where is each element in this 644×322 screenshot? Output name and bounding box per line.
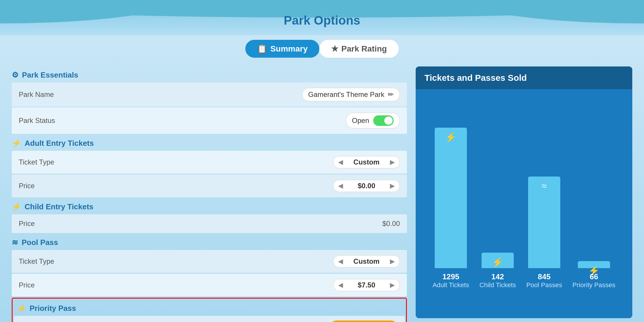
park-rating-tab-label: Park Rating (341, 44, 387, 54)
adult-ticket-type-left-arrow[interactable]: ◀ (338, 158, 343, 166)
adult-ticket-type-right-arrow[interactable]: ▶ (390, 158, 395, 166)
park-name-box[interactable]: Gamerant's Theme Park ✏ (302, 88, 400, 101)
section-adult-tickets: ⚡ Adult Entry Tickets (12, 135, 407, 151)
adult-tickets-icon: ⚡ (12, 139, 21, 148)
park-status-text: Open (352, 117, 369, 125)
priority-pass-section: ⚡ Priority Pass Ticket Type ◀ Custom ▶ P… (12, 298, 407, 322)
pool-ticket-type-text: Custom (349, 257, 384, 266)
pool-ticket-type-spinner[interactable]: ◀ Custom ▶ (333, 255, 400, 268)
adult-price-value: ◀ $0.00 ▶ (333, 180, 400, 192)
adult-price-right-arrow[interactable]: ▶ (390, 182, 395, 190)
bar-label-2: 845Pool Passes (526, 272, 562, 289)
bar-group-3: ⚡66Priority Passes (573, 98, 616, 289)
bar-1: ⚡ (482, 253, 514, 268)
bar-count-1: 142 (491, 272, 504, 281)
section-park-essentials: ⚙ Park Essentials (12, 66, 407, 83)
adult-price-spinner[interactable]: ◀ $0.00 ▶ (333, 180, 400, 192)
park-name-label: Park Name (19, 90, 302, 99)
bar-count-3: 66 (590, 272, 598, 281)
bar-0: ⚡ (435, 128, 467, 268)
page-title: Park Options (284, 13, 360, 28)
bar-icon-1: ⚡ (492, 257, 503, 268)
adult-ticket-type-value: ◀ Custom ▶ (333, 156, 400, 168)
chart-body: ⚡1295Adult Tickets⚡142Child Tickets≈845P… (416, 89, 632, 318)
bar-name-3: Priority Passes (573, 281, 616, 289)
summary-icon: 📋 (257, 44, 267, 54)
tab-summary[interactable]: 📋 Summary (245, 40, 319, 58)
child-price-text: $0.00 (382, 220, 400, 228)
wave-right (468, 0, 644, 23)
park-name-row: Park Name Gamerant's Theme Park ✏ (12, 83, 407, 107)
edit-icon[interactable]: ✏ (388, 90, 394, 99)
bar-count-0: 1295 (442, 272, 459, 281)
park-rating-icon: ★ (331, 44, 338, 54)
bar-group-1: ⚡142Child Tickets (479, 98, 516, 289)
toggle-knob (384, 117, 393, 125)
summary-tab-label: Summary (270, 44, 308, 54)
bar-group-2: ≈845Pool Passes (526, 98, 562, 289)
park-essentials-label: Park Essentials (22, 71, 78, 80)
left-panel: ⚙ Park Essentials Park Name Gamerant's T… (12, 66, 416, 318)
pool-pass-icon: ≋ (12, 238, 18, 247)
bar-icon-0: ⚡ (445, 132, 457, 143)
pool-price-label: Price (19, 281, 333, 289)
section-child-tickets: ⚡ Child Entry Tickets (12, 198, 407, 214)
bar-name-2: Pool Passes (526, 281, 562, 289)
main-content: ⚙ Park Essentials Park Name Gamerant's T… (0, 58, 644, 322)
priority-pass-label: Priority Pass (30, 304, 76, 313)
park-name-value: Gamerant's Theme Park ✏ (302, 88, 400, 101)
adult-price-label: Price (19, 182, 333, 190)
child-price-row: Price $0.00 (12, 214, 407, 233)
bar-icon-2: ≈ (542, 181, 547, 191)
pool-ticket-type-right-arrow[interactable]: ▶ (390, 258, 395, 265)
adult-price-text: $0.00 (349, 182, 384, 190)
bar-group-0: ⚡1295Adult Tickets (433, 98, 469, 289)
adult-price-left-arrow[interactable]: ◀ (338, 182, 343, 190)
chart-title: Tickets and Passes Sold (424, 73, 527, 83)
pool-ticket-type-left-arrow[interactable]: ◀ (338, 258, 343, 265)
pool-price-left-arrow[interactable]: ◀ (338, 281, 343, 289)
bar-name-0: Adult Tickets (433, 281, 469, 289)
section-pool-pass: ≋ Pool Pass (12, 234, 407, 250)
pool-ticket-type-value: ◀ Custom ▶ (333, 255, 400, 268)
adult-ticket-type-spinner[interactable]: ◀ Custom ▶ (333, 156, 400, 168)
child-tickets-label: Child Entry Tickets (25, 202, 93, 211)
bar-3: ⚡ (578, 261, 610, 268)
wave-left (0, 0, 176, 23)
chart-header: Tickets and Passes Sold (416, 66, 632, 89)
adult-ticket-type-row: Ticket Type ◀ Custom ▶ (12, 151, 407, 174)
adult-price-row: Price ◀ $0.00 ▶ (12, 174, 407, 197)
child-price-value: $0.00 (382, 220, 400, 228)
tab-park-rating[interactable]: ★ Park Rating (319, 40, 399, 58)
priority-pass-icon: ⚡ (17, 304, 26, 313)
right-panel: Tickets and Passes Sold ⚡1295Adult Ticke… (416, 66, 632, 318)
pool-ticket-type-label: Ticket Type (19, 257, 333, 266)
child-price-label: Price (19, 220, 382, 228)
bar-label-1: 142Child Tickets (479, 272, 516, 289)
tab-bar: 📋 Summary ★ Park Rating (0, 40, 644, 58)
bar-count-2: 845 (538, 272, 550, 281)
pool-price-spinner[interactable]: ◀ $7.50 ▶ (333, 279, 400, 291)
section-priority-pass: ⚡ Priority Pass (14, 300, 405, 316)
pool-price-row: Price ◀ $7.50 ▶ (12, 274, 407, 297)
adult-ticket-type-label: Ticket Type (19, 158, 333, 166)
toggle-switch[interactable] (373, 115, 394, 126)
pool-pass-label: Pool Pass (22, 238, 58, 247)
priority-ticket-type-row: Ticket Type ◀ Custom ▶ (14, 316, 405, 322)
child-tickets-icon: ⚡ (12, 202, 21, 211)
adult-ticket-type-text: Custom (349, 158, 384, 166)
pool-price-right-arrow[interactable]: ▶ (390, 281, 395, 289)
park-name-text: Gamerant's Theme Park (308, 90, 384, 99)
bar-label-3: 66Priority Passes (573, 272, 616, 289)
bar-2: ≈ (528, 177, 560, 268)
pool-price-value: ◀ $7.50 ▶ (333, 279, 400, 291)
park-status-label: Park Status (19, 117, 346, 125)
park-status-toggle-box[interactable]: Open (346, 113, 400, 129)
bar-name-1: Child Tickets (479, 281, 516, 289)
park-status-row: Park Status Open (12, 107, 407, 134)
bar-label-0: 1295Adult Tickets (433, 272, 469, 289)
top-header: Park Options (0, 0, 644, 35)
adult-tickets-label: Adult Entry Tickets (25, 139, 94, 148)
park-essentials-icon: ⚙ (12, 71, 18, 80)
park-status-value: Open (346, 113, 400, 129)
